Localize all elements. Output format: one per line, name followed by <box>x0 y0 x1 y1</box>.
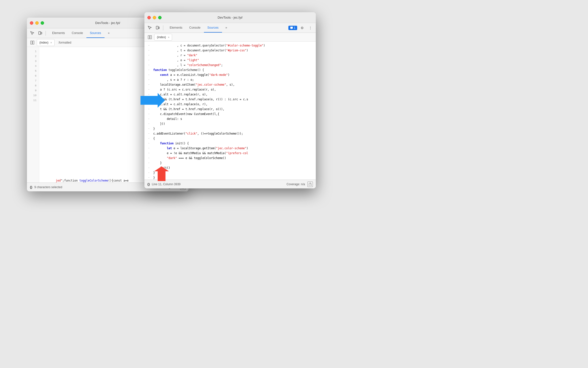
code-line-initcall: - init() <box>147 165 316 170</box>
panel-icon-back[interactable] <box>29 39 36 46</box>
svg-rect-0 <box>39 32 41 34</box>
tab-console-front[interactable]: Console <box>186 23 204 33</box>
code-line-c: - , c = document.querySelector("#color-s… <box>147 43 316 48</box>
device-icon[interactable] <box>37 30 44 37</box>
inspect-icon[interactable] <box>29 30 36 37</box>
code-line-matchmedia: - e = !e && matchMedia && matchMedia("(p… <box>147 151 316 156</box>
code-line-storage: - localStorage.setItem("jec.color-scheme… <box>147 82 316 87</box>
code-line-l: - , l = "colorSchemeChanged"; <box>147 63 316 68</box>
code-line-thref1: - t && (t.href = t.href.replace(o, r))) … <box>147 97 316 102</box>
code-line-detail: - detail: s <box>147 116 316 121</box>
code-line-closefn: - } <box>147 126 316 131</box>
file-tab-formatted-back[interactable]: :formatted <box>56 39 74 46</box>
code-line-close-init-inner: - } <box>147 161 316 165</box>
window-title-front: DevTools - jec.fyi/ <box>218 16 243 19</box>
status-bar-front: {} Line 11, Column 3939 Coverage: n/a <box>144 180 316 188</box>
chat-count: 1 <box>294 26 295 30</box>
minimize-button-front[interactable] <box>153 16 156 19</box>
line-num-3: 3 <box>27 59 39 64</box>
line-num-8: 8 <box>27 83 39 88</box>
file-tab-label-formatted-back: :formatted <box>58 41 71 44</box>
chat-badge-front[interactable]: 1 <box>288 26 297 30</box>
minimize-button-back[interactable] <box>35 21 39 25</box>
line-num-9: 9 <box>27 88 39 93</box>
more-icon-front[interactable]: ⋮ <box>307 24 314 31</box>
format-icon-front[interactable]: {} <box>147 182 150 186</box>
device-icon-front[interactable] <box>154 24 161 31</box>
code-line-init: - function init() { <box>147 141 316 146</box>
tab-more-front[interactable]: » <box>222 23 231 33</box>
code-line-fn: - function toggleColorScheme() { <box>147 68 316 72</box>
title-bar-front: DevTools - jec.fyi/ <box>144 12 316 23</box>
inspect-icon-front[interactable] <box>146 24 153 31</box>
maximize-button-back[interactable] <box>41 21 44 25</box>
code-line-calt2: - c.alt = c.alt.replace(o, r), <box>147 102 316 107</box>
code-line-s: - , s = a ? r : o; <box>147 77 316 82</box>
svg-rect-8 <box>148 35 150 39</box>
line-num-4: 4 <box>27 64 39 69</box>
file-tab-close-front[interactable]: × <box>168 36 169 39</box>
window-title-back: DevTools - jec.fyi/ <box>95 21 120 25</box>
tab-more-back[interactable]: » <box>105 28 113 38</box>
svg-marker-11 <box>154 166 169 181</box>
svg-rect-3 <box>33 41 34 44</box>
svg-rect-6 <box>156 26 158 29</box>
status-text-back: 9 characters selected <box>34 185 62 189</box>
file-tab-close-back[interactable]: × <box>50 41 52 44</box>
code-line-o: - , o = "light" <box>147 58 316 63</box>
code-line-thref2: - t && (t.href = t.href.replace(r, o))), <box>147 107 316 112</box>
line-num-5: 5 <box>27 69 39 73</box>
tab-sources-front[interactable]: Sources <box>204 23 222 33</box>
screenshot-icon-front[interactable] <box>307 182 313 187</box>
svg-rect-7 <box>158 27 159 29</box>
code-line-addevent: - c.addEventListener("click", ()=>toggle… <box>147 131 316 136</box>
code-line-t: - , t = document.querySelector("#prism-c… <box>147 48 316 53</box>
code-line-const-a: - const a = e.classList.toggle("dark-mod… <box>147 72 316 77</box>
window-controls-front <box>147 16 162 19</box>
code-line-open-block: - { <box>147 136 316 141</box>
code-area-front: - , c = document.querySelector("#color-s… <box>144 42 316 180</box>
format-icon-back[interactable]: {} <box>30 185 32 189</box>
line-numbers-back: 1 2 3 4 5 6 7 8 9 10 11 <box>27 47 39 183</box>
close-button-front[interactable] <box>147 16 151 19</box>
code-line-dispatch: - c.dispatchEvent(new CustomEvent(l,{ <box>147 112 316 116</box>
code-line-dark-check: - "dark" === e && toggleColorScheme() <box>147 156 316 161</box>
line-num-2: 2 <box>27 54 39 59</box>
settings-icon-front[interactable]: ⚙ <box>299 24 306 31</box>
line-num-7: 7 <box>27 78 39 83</box>
line-num-6: 6 <box>27 73 39 78</box>
window-controls-back <box>30 21 44 25</box>
status-right-front: Coverage: n/a <box>287 182 313 187</box>
tab-nav-back: Elements Console Sources » <box>49 28 113 38</box>
status-position-front: Line 11, Column 3939 <box>152 183 180 186</box>
toolbar-front: Elements Console Sources » 1 ⚙ ⋮ <box>144 23 316 33</box>
svg-rect-1 <box>41 32 42 34</box>
code-line-lete: - let e = localStorage.getItem("jec.colo… <box>147 146 316 151</box>
file-tab-label-index-back: (index) <box>39 41 48 44</box>
svg-marker-5 <box>141 93 165 108</box>
close-button-back[interactable] <box>30 21 33 25</box>
code-line-r: - , r = "dark" <box>147 53 316 58</box>
tab-elements-front[interactable]: Elements <box>166 23 186 33</box>
tab-nav-front: Elements Console Sources » <box>166 23 231 33</box>
tab-console-back[interactable]: Console <box>68 28 86 38</box>
code-line-endcall: - })) <box>147 121 316 126</box>
maximize-button-front[interactable] <box>158 16 162 19</box>
file-tab-index-front[interactable]: (index) × <box>154 34 172 41</box>
svg-rect-9 <box>150 35 152 39</box>
code-line-calt1: - c.alt = c.alt.replace(r, o), <box>147 92 316 97</box>
toolbar-divider-front <box>163 25 163 30</box>
line-num-11: 11 <box>27 98 39 103</box>
code-line-asrc: - a ? (c.src = c.src.replace(r, o), <box>147 87 316 92</box>
panel-icon-front[interactable] <box>146 34 153 41</box>
red-arrow <box>154 166 169 182</box>
tab-sources-back[interactable]: Sources <box>86 28 105 38</box>
code-line-close-block: - } <box>147 170 316 175</box>
coverage-front: Coverage: n/a <box>287 183 305 186</box>
toolbar-divider-1 <box>46 31 46 36</box>
tab-elements-back[interactable]: Elements <box>49 28 68 38</box>
file-tab-label-index-front: (index) <box>157 35 166 39</box>
line-num-1: 1 <box>27 49 39 54</box>
file-tab-index-back[interactable]: (index) × <box>37 39 55 46</box>
devtools-window-front: DevTools - jec.fyi/ Elements Console Sou… <box>144 12 316 188</box>
